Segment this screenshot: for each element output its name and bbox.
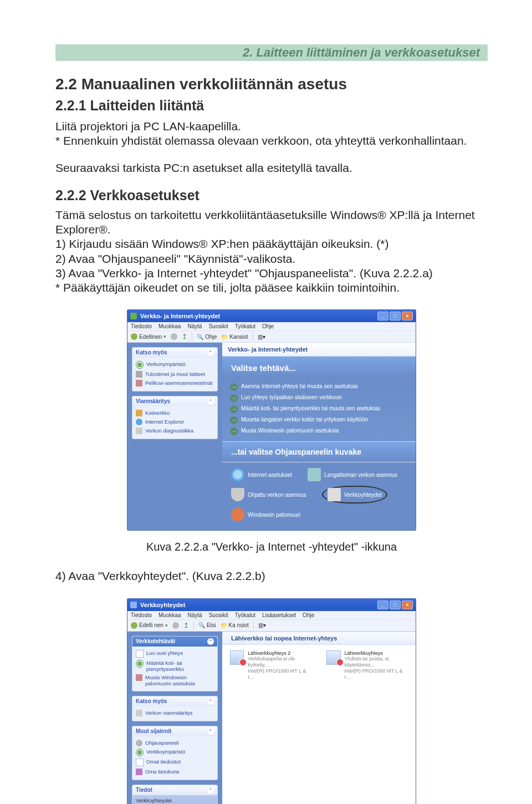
sidebar-item[interactable]: Ohjauspaneeli [136, 739, 214, 747]
netconn-icon [328, 488, 341, 501]
folders-button[interactable]: 📁Ka nsiot [221, 622, 249, 628]
task-link[interactable]: →Asenna Internet-yhteys tai muuta sen as… [230, 381, 408, 393]
maximize-button[interactable]: □ [390, 312, 401, 320]
step-2: 2) Avaa "Ohjauspaneeli" "Käynnistä"-vali… [55, 252, 488, 266]
menu-item[interactable]: Lisäasetukset [262, 612, 296, 618]
close-button[interactable]: × [402, 312, 413, 320]
folders-button[interactable]: 📁Kansiot [221, 334, 248, 340]
menu-item[interactable]: Työkalut [235, 612, 255, 618]
toolbar: Edelli nen▾ ↥ 🔍Etsi 📁Ka nsiot ▥▾ [127, 619, 416, 632]
paragraph: Tämä selostus on tarkoitettu verkkoliitä… [55, 208, 488, 237]
paragraph: * Ennenkuin yhdistät olemassa olevaan ve… [55, 134, 488, 148]
maximize-button[interactable]: □ [390, 601, 401, 609]
menu-item[interactable]: Muokkaa [158, 323, 181, 329]
sidebar-box-details: Tiedot⌃ Verkkoyhteydet Järjestelmäkansio [132, 785, 218, 805]
up-button[interactable]: ↥ [182, 333, 187, 340]
menu-item[interactable]: Muokkaa [158, 612, 181, 618]
menu-item[interactable]: Näytä [188, 323, 202, 329]
sidebar-item[interactable]: Internet Explorer [136, 418, 214, 426]
sidebar-item[interactable]: Verkonympäristö [136, 360, 214, 370]
task-link[interactable]: →Muuta Windowsin palomuurin asetuksia [230, 426, 408, 437]
sidebar-item[interactable]: Verkon diagnostiikka [136, 426, 214, 435]
window-buttons: _ □ × [377, 312, 413, 320]
menu-item[interactable]: Suosikit [209, 612, 228, 618]
paragraph: Seuraavaksi tarkista PC:n asetukset alla… [55, 161, 488, 175]
back-button[interactable]: Edelli nen▾ [131, 622, 168, 629]
sidebar-title: Muut sijainnit [136, 728, 171, 735]
sidebar-item[interactable]: Oma tietokone [136, 767, 214, 776]
task-link[interactable]: →Luo yhteys työpaikan sisäiseen verkkoon [230, 393, 408, 404]
toolbar: Edellinen▾ ↥ 🔍Ohje 📁Kansiot ▥▾ [127, 330, 416, 343]
window-buttons: _ □ × [377, 601, 413, 609]
sidebar-box-other: Muut sijainnit⌃ Ohjauspaneeli Verkkoympä… [132, 726, 218, 780]
wizard-icon [231, 488, 244, 501]
figure-b: Verkkoyhteydet _ □ × Tiedosto Muokkaa Nä… [55, 598, 488, 805]
cp-icon-firewall[interactable]: Windowsin palomuuri [231, 508, 300, 521]
cp-icon-netsetup[interactable]: Ohjattu verkon asennus [231, 486, 306, 503]
collapse-icon[interactable]: ⌃ [207, 398, 214, 405]
sidebar-item[interactable]: Määritä koti- tai pienyritysverkko [136, 659, 214, 673]
task-link[interactable]: →Määritä koti- tai pienyritysverkko tai … [230, 404, 408, 415]
up-button[interactable]: ↥ [183, 622, 189, 629]
sidebar-title: Katso myös [136, 349, 167, 356]
menu-item[interactable]: Ohje [303, 612, 314, 618]
cp-icon-internet[interactable]: Internet-asetukset [231, 468, 292, 481]
app-icon [130, 602, 137, 608]
views-button[interactable]: ▥▾ [258, 334, 265, 340]
cp-icon-netconn[interactable]: Verkkoyhteydet [322, 486, 387, 503]
content-area: Katso myös⌃ Verkonympäristö Tulostimet j… [127, 343, 416, 530]
menu-item[interactable]: Tiedosto [131, 323, 152, 329]
task-header: Valitse tehtävä... [222, 357, 416, 377]
category-header: Verkko- ja Internet-yhteydet [222, 343, 416, 357]
sidebar-item[interactable]: Muuta Windowsin palomuurin asetuksia [136, 673, 214, 688]
window-title: Verkko- ja Internet-yhteydet [140, 313, 220, 319]
forward-button[interactable] [172, 622, 179, 629]
search-button[interactable]: 🔍Ohje [197, 334, 217, 340]
menu-item[interactable]: Tiedosto [131, 612, 152, 618]
sidebar-item[interactable]: Kotiverkko [136, 409, 214, 418]
window-title: Verkkoyhteydet [140, 602, 185, 608]
views-button[interactable]: ▥▾ [258, 622, 266, 628]
step-4: 4) Avaa "Verkkoyhteydet". (Kuva 2.2.2.b) [55, 569, 488, 583]
task-link[interactable]: →Muunta langaton verkko kotiin tai yrity… [230, 415, 408, 426]
collapse-icon[interactable]: ⌃ [207, 728, 214, 735]
firewall-icon [231, 508, 244, 521]
search-button[interactable]: 🔍Etsi [198, 622, 216, 628]
sidebar-item[interactable]: Omat tiedostot [136, 757, 214, 767]
close-button[interactable]: × [402, 601, 413, 609]
collapse-icon[interactable]: ⌃ [207, 698, 214, 705]
menu-item[interactable]: Suosikit [209, 323, 228, 329]
sidebar-item[interactable]: Tulostimet ja muut laitteet [136, 370, 214, 379]
step-3: 3) Avaa "Verkko- ja Internet -yhteydet" … [55, 266, 488, 281]
heading-2-2-2: 2.2.2 Verkkoasetukset [55, 187, 488, 203]
sidebar-title: Vianmääritys [136, 398, 170, 405]
sidebar-detail-text: Verkkoyhteydet Järjestelmäkansio [132, 795, 217, 805]
sidebar-item[interactable]: Verkon vianmääritys [136, 709, 214, 718]
cp-icon-wireless[interactable]: Langattoman verkon asennus [308, 468, 397, 481]
connection-icon [326, 650, 340, 665]
panel-header: ...tai valitse Ohjauspaneelin kuvake [222, 441, 416, 462]
content-area: Verkkotehtävät⌃ Luo uusi yhteys Määritä … [127, 632, 416, 805]
paragraph: Liitä projektori ja PC LAN-kaapelilla. [55, 119, 488, 134]
sidebar-item[interactable]: Verkkoympäristö [136, 747, 214, 757]
collapse-icon[interactable]: ⌃ [207, 787, 214, 793]
menu-item[interactable]: Ohje [262, 323, 274, 329]
menu-item[interactable]: Työkalut [235, 323, 255, 329]
sidebar-box-see-also: Katso myös⌃ Verkonympäristö Tulostimet j… [132, 347, 218, 391]
sidebar: Katso myös⌃ Verkonympäristö Tulostimet j… [127, 343, 222, 530]
minimize-button[interactable]: _ [377, 312, 388, 320]
connection-item[interactable]: Lähiverkkoyhteys 2 Verkkokaapelia ei ole… [230, 650, 308, 680]
sidebar-item[interactable]: Luo uusi yhteys [136, 649, 214, 659]
breadcrumb: 2. Laitteen liittäminen ja verkkoasetuks… [55, 44, 488, 61]
sidebar-box-tasks: Verkkotehtävät⌃ Luo uusi yhteys Määritä … [132, 636, 218, 691]
back-button[interactable]: Edellinen▾ [131, 333, 166, 340]
forward-button[interactable] [171, 333, 177, 340]
sidebar-item[interactable]: Pelikuvi-asennusmenetelmät [136, 379, 214, 388]
collapse-icon[interactable]: ⌃ [207, 349, 214, 356]
connection-item[interactable]: Lähiverkkoyhteys Yhdistä tai poista, ei … [326, 650, 408, 680]
menu-item[interactable]: Näytä [188, 612, 202, 618]
minimize-button[interactable]: _ [377, 601, 388, 609]
collapse-icon[interactable]: ⌃ [207, 638, 214, 645]
titlebar: Verkko- ja Internet-yhteydet _ □ × [127, 310, 416, 322]
globe-icon [231, 468, 244, 481]
